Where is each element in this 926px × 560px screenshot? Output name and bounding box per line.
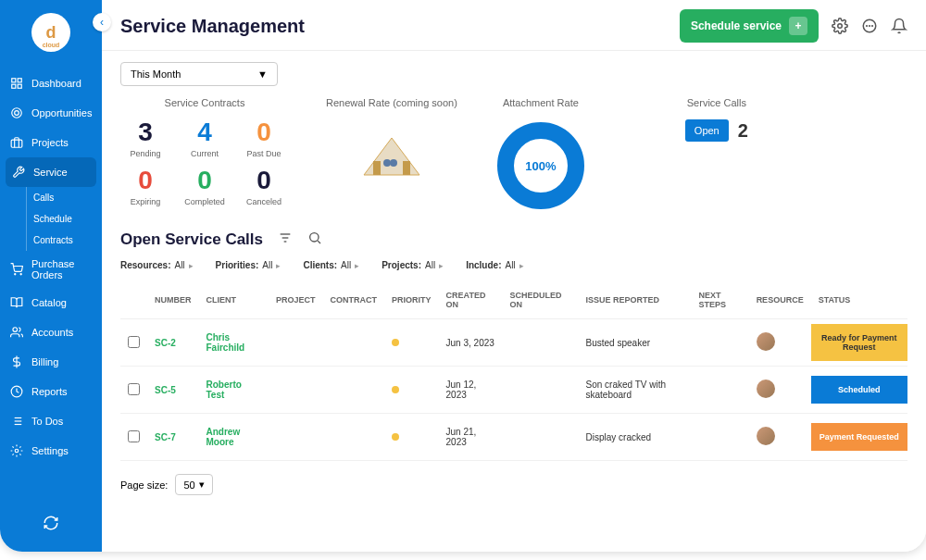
contract-tile-canceled[interactable]: 0Canceled	[239, 168, 289, 206]
bell-icon[interactable]	[891, 18, 907, 34]
column-header[interactable]: ISSUE REPORTED	[579, 281, 692, 319]
tile-label: Expiring	[120, 197, 170, 206]
sidebar-item-settings[interactable]: Settings	[0, 436, 102, 466]
logo: d	[31, 13, 70, 52]
column-header[interactable]	[120, 281, 147, 319]
collapse-sidebar-button[interactable]: ‹	[93, 13, 111, 31]
search-icon[interactable]	[307, 230, 322, 249]
filter-icon[interactable]	[278, 230, 293, 249]
sidebar-item-reports[interactable]: Reports	[0, 377, 102, 406]
sidebar-subitem-contracts[interactable]: Contracts	[24, 230, 102, 251]
sidebar-item-label: Settings	[31, 445, 69, 456]
sidebar-item-service[interactable]: Service	[6, 157, 96, 187]
client-link[interactable]: Chris Fairchild	[199, 319, 269, 367]
list-icon	[9, 414, 24, 429]
period-select[interactable]: This Month ▼	[120, 62, 278, 86]
filter-projects[interactable]: Projects: All ▸	[382, 260, 444, 270]
row-checkbox[interactable]	[128, 383, 140, 395]
schedule-service-label: Schedule service	[691, 19, 782, 32]
sidebar-item-label: Opportunities	[31, 107, 92, 118]
svg-marker-24	[364, 138, 419, 175]
users-icon	[9, 325, 24, 340]
chevron-right-icon: ▸	[189, 261, 194, 270]
sidebar-item-opportunities[interactable]: Opportunities	[0, 98, 102, 128]
tile-value: 3	[120, 119, 170, 145]
sidebar-item-billing[interactable]: Billing	[0, 347, 102, 377]
service-call-number[interactable]: SC-7	[147, 414, 199, 461]
table-row: SC-5 Roberto Test Jun 12, 2023 Son crake…	[120, 367, 907, 414]
page-size-value: 50	[183, 479, 194, 491]
page-size-select[interactable]: 50 ▾	[175, 474, 212, 495]
scheduled-on-cell	[502, 319, 578, 367]
sidebar-item-accounts[interactable]: Accounts	[0, 317, 102, 347]
tile-value: 0	[180, 168, 230, 193]
column-header[interactable]: PROJECT	[269, 281, 323, 319]
filter-priorities[interactable]: Priorities: All ▸	[216, 260, 282, 270]
contract-tile-current[interactable]: 4Current	[180, 119, 230, 158]
svg-line-34	[318, 241, 320, 243]
briefcase-icon	[9, 135, 24, 150]
service-calls-metric: Service Calls Open 2	[624, 97, 809, 212]
contract-tile-completed[interactable]: 0Completed	[180, 168, 230, 206]
row-checkbox[interactable]	[128, 430, 140, 442]
chevron-left-icon: ‹	[100, 16, 104, 29]
svg-rect-0	[12, 79, 16, 82]
svg-point-9	[13, 328, 18, 332]
attachment-title: Attachment Rate	[503, 97, 579, 108]
main-content: Service Management Schedule service + Th…	[102, 0, 926, 552]
sidebar-item-dashboard[interactable]: Dashboard	[0, 68, 102, 98]
svg-point-21	[867, 26, 868, 27]
filter-resources[interactable]: Resources: All ▸	[120, 260, 194, 270]
clock-icon	[9, 384, 24, 399]
sidebar-item-label: Purchase Orders	[31, 258, 93, 280]
wrench-icon	[11, 165, 26, 180]
column-header[interactable]: NEXT STEPS	[691, 281, 748, 319]
contract-tile-pending[interactable]: 3Pending	[120, 119, 170, 158]
row-checkbox[interactable]	[128, 336, 140, 348]
client-link[interactable]: Roberto Test	[199, 367, 269, 414]
contracts-title: Service Contracts	[165, 97, 245, 108]
filter-include[interactable]: Include: All ▸	[466, 260, 523, 270]
column-header[interactable]: PRIORITY	[384, 281, 439, 319]
renewal-title: Renewal Rate (coming soon)	[326, 97, 457, 108]
column-header[interactable]: CREATED ON	[439, 281, 503, 319]
open-calls-pill[interactable]: Open	[685, 119, 729, 142]
schedule-service-button[interactable]: Schedule service +	[680, 9, 819, 43]
sidebar-subitem-calls[interactable]: Calls	[24, 187, 102, 208]
column-header[interactable]: STATUS	[811, 281, 907, 319]
filter-clients[interactable]: Clients: All ▸	[303, 260, 359, 270]
column-header[interactable]: SCHEDULED ON	[502, 281, 578, 319]
gear-icon[interactable]	[832, 18, 848, 34]
chevron-right-icon: ▸	[519, 261, 524, 270]
service-call-number[interactable]: SC-2	[147, 319, 199, 367]
column-header[interactable]: NUMBER	[147, 281, 199, 319]
chat-icon[interactable]	[861, 18, 878, 34]
svg-point-23	[872, 26, 873, 27]
issue-cell: Busted speaker	[579, 319, 692, 367]
sidebar-subitem-schedule[interactable]: Schedule	[24, 208, 102, 230]
sidebar-item-to-dos[interactable]: To Dos	[0, 406, 102, 436]
status-badge: Ready for Payment Request	[811, 324, 907, 361]
header: Service Management Schedule service +	[102, 0, 926, 51]
column-header[interactable]: RESOURCE	[749, 281, 811, 319]
sidebar-item-catalog[interactable]: Catalog	[0, 288, 102, 317]
contract-tile-expiring[interactable]: 0Expiring	[120, 168, 170, 206]
sidebar-item-projects[interactable]: Projects	[0, 128, 102, 157]
column-header[interactable]: CONTRACT	[323, 281, 385, 319]
sidebar-item-label: Dashboard	[31, 78, 81, 89]
contract-tile-past-due[interactable]: 0Past Due	[239, 119, 289, 158]
chevron-right-icon: ▸	[276, 261, 281, 270]
sidebar-item-label: Contracts	[33, 235, 73, 245]
svg-point-4	[12, 108, 22, 118]
open-service-calls-title: Open Service Calls	[120, 230, 263, 249]
column-header[interactable]: CLIENT	[199, 281, 269, 319]
client-link[interactable]: Andrew Moore	[199, 414, 269, 461]
sidebar-item-purchase-orders[interactable]: Purchase Orders	[0, 251, 102, 288]
sync-icon[interactable]	[0, 505, 102, 544]
issue-cell: Son craked TV with skateboard	[579, 367, 692, 414]
service-call-number[interactable]: SC-5	[147, 367, 199, 414]
svg-point-7	[15, 274, 16, 275]
sidebar-item-label: Service	[33, 167, 68, 178]
priority-cell	[384, 319, 439, 367]
status-badge: Scheduled	[811, 376, 907, 404]
